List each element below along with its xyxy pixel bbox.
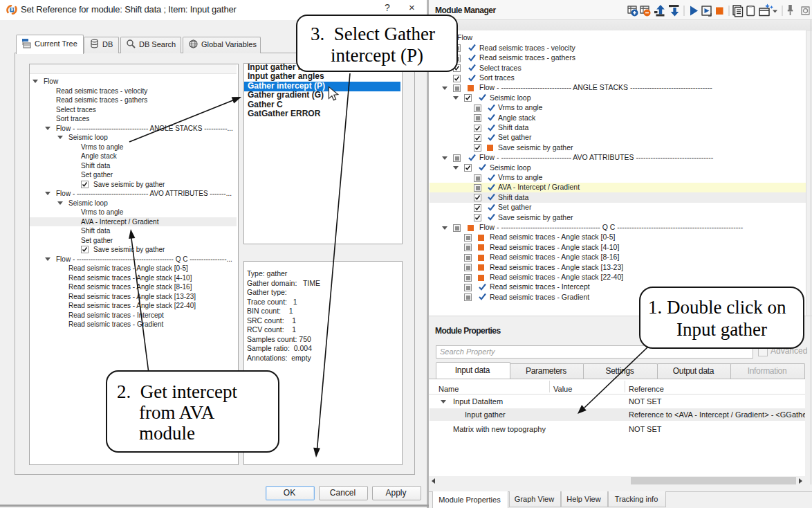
svg-text:9: 9 [10,7,13,12]
